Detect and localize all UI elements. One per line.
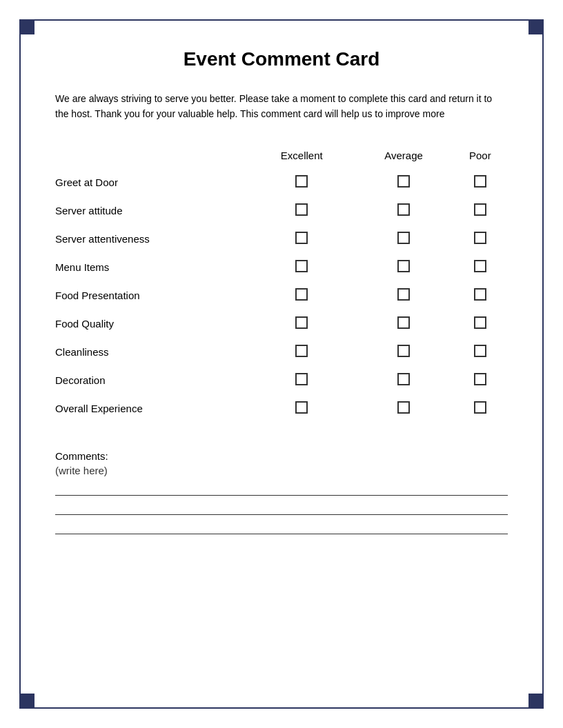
row-label-server-attitude: Server attitude (55, 196, 248, 225)
table-row: Greet at Door (55, 168, 508, 196)
checkbox-icon-menu-items-excellent[interactable] (295, 260, 308, 272)
checkbox-cleanliness-average[interactable] (355, 338, 452, 366)
checkbox-icon-greet-at-door-poor[interactable] (474, 175, 486, 188)
checkbox-food-quality-excellent[interactable] (248, 310, 355, 338)
table-row: Food Presentation (55, 281, 508, 310)
page-title: Event Comment Card (55, 48, 508, 70)
checkbox-decoration-average[interactable] (355, 366, 452, 394)
checkbox-menu-items-poor[interactable] (453, 253, 508, 281)
checkbox-server-attentiveness-average[interactable] (355, 225, 452, 253)
checkbox-food-quality-average[interactable] (355, 310, 452, 338)
corner-bottom-left (19, 694, 34, 709)
checkbox-icon-menu-items-average[interactable] (397, 260, 410, 272)
checkbox-icon-food-quality-average[interactable] (397, 316, 410, 329)
checkbox-icon-overall-experience-excellent[interactable] (295, 401, 308, 414)
checkbox-icon-server-attentiveness-average[interactable] (397, 232, 410, 244)
comment-line-3[interactable] (55, 520, 508, 534)
comment-card: Event Comment Card We are always strivin… (19, 19, 544, 709)
checkbox-menu-items-excellent[interactable] (248, 253, 355, 281)
corner-top-left (19, 19, 34, 34)
checkbox-icon-cleanliness-average[interactable] (397, 345, 410, 357)
table-row: Food Quality (55, 310, 508, 338)
checkbox-icon-overall-experience-poor[interactable] (474, 401, 486, 414)
checkbox-server-attitude-excellent[interactable] (248, 196, 355, 225)
checkbox-icon-greet-at-door-excellent[interactable] (295, 175, 308, 188)
table-row: Cleanliness (55, 338, 508, 366)
row-label-menu-items: Menu Items (55, 253, 248, 281)
checkbox-icon-cleanliness-poor[interactable] (474, 345, 486, 357)
rating-table: Excellent Average Poor Greet at DoorServ… (55, 150, 508, 423)
checkbox-icon-greet-at-door-average[interactable] (397, 175, 410, 188)
checkbox-icon-server-attitude-poor[interactable] (474, 203, 486, 216)
checkbox-icon-food-quality-poor[interactable] (474, 316, 486, 329)
checkbox-server-attentiveness-excellent[interactable] (248, 225, 355, 253)
row-label-decoration: Decoration (55, 366, 248, 394)
checkbox-icon-overall-experience-average[interactable] (397, 401, 410, 414)
comment-line-1[interactable] (55, 482, 508, 496)
col-header-label (55, 150, 248, 168)
checkbox-icon-server-attentiveness-excellent[interactable] (295, 232, 308, 244)
row-label-greet-at-door: Greet at Door (55, 168, 248, 196)
checkbox-food-presentation-poor[interactable] (453, 281, 508, 310)
comments-section: Comments: (write here) (55, 450, 508, 534)
checkbox-cleanliness-excellent[interactable] (248, 338, 355, 366)
checkbox-food-quality-poor[interactable] (453, 310, 508, 338)
checkbox-decoration-poor[interactable] (453, 366, 508, 394)
checkbox-overall-experience-poor[interactable] (453, 394, 508, 423)
checkbox-icon-server-attitude-average[interactable] (397, 203, 410, 216)
checkbox-greet-at-door-poor[interactable] (453, 168, 508, 196)
table-row: Decoration (55, 366, 508, 394)
checkbox-server-attitude-poor[interactable] (453, 196, 508, 225)
row-label-cleanliness: Cleanliness (55, 338, 248, 366)
corner-bottom-right (529, 694, 544, 709)
checkbox-greet-at-door-average[interactable] (355, 168, 452, 196)
checkbox-icon-cleanliness-excellent[interactable] (295, 345, 308, 357)
checkbox-icon-decoration-poor[interactable] (474, 373, 486, 385)
checkbox-icon-decoration-excellent[interactable] (295, 373, 308, 385)
corner-top-right (529, 19, 544, 34)
checkbox-greet-at-door-excellent[interactable] (248, 168, 355, 196)
checkbox-menu-items-average[interactable] (355, 253, 452, 281)
table-row: Menu Items (55, 253, 508, 281)
checkbox-server-attentiveness-poor[interactable] (453, 225, 508, 253)
row-label-food-quality: Food Quality (55, 310, 248, 338)
checkbox-cleanliness-poor[interactable] (453, 338, 508, 366)
checkbox-overall-experience-excellent[interactable] (248, 394, 355, 423)
checkbox-decoration-excellent[interactable] (248, 366, 355, 394)
comment-line-2[interactable] (55, 501, 508, 515)
comments-label: Comments: (55, 450, 508, 462)
checkbox-icon-menu-items-poor[interactable] (474, 260, 486, 272)
comments-placeholder[interactable]: (write here) (55, 465, 508, 476)
table-row: Server attentiveness (55, 225, 508, 253)
row-label-server-attentiveness: Server attentiveness (55, 225, 248, 253)
checkbox-icon-food-presentation-poor[interactable] (474, 288, 486, 301)
intro-paragraph: We are always striving to serve you bett… (55, 91, 508, 122)
checkbox-icon-food-quality-excellent[interactable] (295, 316, 308, 329)
col-header-poor: Poor (453, 150, 508, 168)
checkbox-server-attitude-average[interactable] (355, 196, 452, 225)
checkbox-icon-food-presentation-excellent[interactable] (295, 288, 308, 301)
checkbox-icon-food-presentation-average[interactable] (397, 288, 410, 301)
checkbox-overall-experience-average[interactable] (355, 394, 452, 423)
checkbox-icon-server-attentiveness-poor[interactable] (474, 232, 486, 244)
checkbox-food-presentation-average[interactable] (355, 281, 452, 310)
checkbox-food-presentation-excellent[interactable] (248, 281, 355, 310)
checkbox-icon-server-attitude-excellent[interactable] (295, 203, 308, 216)
col-header-excellent: Excellent (248, 150, 355, 168)
checkbox-icon-decoration-average[interactable] (397, 373, 410, 385)
table-row: Overall Experience (55, 394, 508, 423)
row-label-food-presentation: Food Presentation (55, 281, 248, 310)
col-header-average: Average (355, 150, 452, 168)
table-row: Server attitude (55, 196, 508, 225)
row-label-overall-experience: Overall Experience (55, 394, 248, 423)
